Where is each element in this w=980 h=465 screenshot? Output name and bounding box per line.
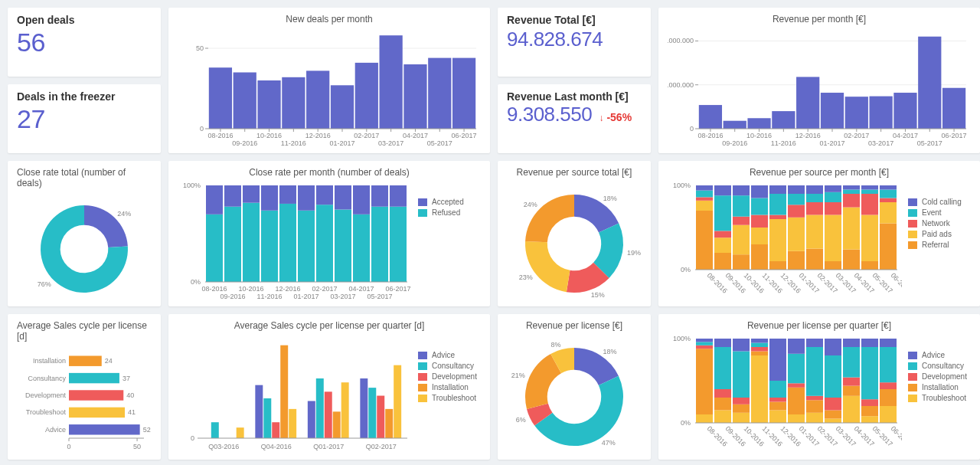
freezer-title: Deals in the freezer <box>17 90 152 103</box>
svg-rect-226 <box>289 409 296 438</box>
card-open-deals: Open deals 56 <box>8 8 161 77</box>
svg-text:08-2016: 08-2016 <box>697 132 723 139</box>
svg-rect-73 <box>893 93 916 129</box>
svg-rect-52 <box>724 121 746 129</box>
svg-rect-15 <box>282 77 305 129</box>
svg-rect-296 <box>843 396 860 423</box>
card-revenue-month: Revenue per month [€] 010.000.00020.000.… <box>658 8 980 153</box>
legend-swatch <box>418 384 427 391</box>
svg-rect-99 <box>279 204 296 282</box>
down-arrow-icon: ↓ <box>599 113 604 123</box>
svg-text:24: 24 <box>105 357 113 365</box>
svg-text:20.000.000: 20.000.000 <box>668 37 694 44</box>
svg-rect-303 <box>861 406 878 416</box>
svg-text:52: 52 <box>143 426 151 434</box>
svg-rect-58 <box>772 111 795 129</box>
svg-rect-274 <box>769 398 786 402</box>
legend-item: Consultancy <box>908 362 967 370</box>
svg-text:11-2016: 11-2016 <box>281 139 306 147</box>
legend-swatch <box>908 231 917 238</box>
svg-text:04-2017: 04-2017 <box>403 132 428 139</box>
svg-rect-298 <box>843 378 860 386</box>
svg-rect-217 <box>211 422 219 438</box>
svg-rect-96 <box>261 211 278 282</box>
legend-item: Referral <box>908 241 962 249</box>
legend-swatch <box>418 395 427 402</box>
svg-text:10.000.000: 10.000.000 <box>668 81 694 89</box>
svg-text:Q03-2016: Q03-2016 <box>208 443 239 450</box>
svg-rect-161 <box>788 194 805 205</box>
svg-text:0: 0 <box>67 443 70 450</box>
svg-rect-118 <box>390 185 407 207</box>
svg-rect-228 <box>308 401 315 438</box>
chart-revenue-license-q: 0%100%08-201609-201610-201611-201612-201… <box>668 334 971 456</box>
chart-avg-cycle: Installation24Consultancy37Development40… <box>17 345 152 456</box>
svg-rect-141 <box>733 225 750 255</box>
svg-rect-258 <box>714 339 731 347</box>
svg-text:09-2016: 09-2016 <box>232 139 257 147</box>
svg-text:0: 0 <box>200 125 204 133</box>
svg-rect-172 <box>825 202 841 215</box>
svg-rect-287 <box>806 347 823 396</box>
svg-rect-160 <box>788 205 805 218</box>
svg-rect-267 <box>751 352 768 356</box>
svg-rect-165 <box>806 215 823 249</box>
revenue-last-title: Revenue Last month [€] <box>507 90 642 103</box>
svg-rect-150 <box>751 185 768 198</box>
revenue-last-delta: ↓ -56% <box>599 111 632 123</box>
revenue-last-delta-text: -56% <box>606 111 632 123</box>
card-revenue-license-q: Revenue per license per quarter [€] 0%10… <box>658 314 980 460</box>
svg-rect-232 <box>341 382 349 438</box>
svg-text:Troubleshoot: Troubleshoot <box>26 408 67 416</box>
svg-rect-257 <box>714 347 731 389</box>
revenue-license-title: Revenue per license [€] <box>507 320 642 331</box>
svg-rect-185 <box>861 190 878 195</box>
svg-rect-90 <box>224 207 241 282</box>
svg-rect-256 <box>714 389 731 398</box>
svg-rect-108 <box>335 210 351 283</box>
svg-rect-180 <box>843 185 860 190</box>
svg-rect-310 <box>880 382 897 389</box>
svg-rect-191 <box>880 190 897 198</box>
svg-rect-12 <box>257 80 280 129</box>
svg-rect-177 <box>843 208 860 250</box>
svg-text:Q04-2016: Q04-2016 <box>261 443 292 450</box>
svg-rect-234 <box>360 378 368 438</box>
kpi-stack-right-1: Revenue Total [€] 94.828.674 Revenue Las… <box>498 8 651 153</box>
card-revenue-last: Revenue Last month [€] 9.308.550 ↓ -56% <box>498 84 651 153</box>
svg-rect-149 <box>751 198 768 215</box>
open-deals-value: 56 <box>17 28 152 57</box>
legend-swatch <box>418 373 427 381</box>
svg-rect-94 <box>243 185 260 203</box>
svg-rect-269 <box>751 343 768 348</box>
svg-rect-70 <box>870 97 893 129</box>
svg-text:6%: 6% <box>516 416 526 424</box>
svg-rect-192 <box>880 185 897 190</box>
legend-item: Cold calling <box>908 198 962 206</box>
svg-rect-198 <box>69 373 119 383</box>
svg-text:41: 41 <box>128 408 136 416</box>
svg-text:08-2016: 08-2016 <box>201 285 227 293</box>
legend-label: Installation <box>922 383 959 391</box>
svg-rect-36 <box>452 58 475 129</box>
legend-item: Installation <box>908 383 967 391</box>
svg-rect-131 <box>696 191 713 198</box>
svg-rect-224 <box>272 422 279 438</box>
svg-rect-281 <box>788 354 805 384</box>
svg-rect-140 <box>733 254 750 270</box>
legend-swatch <box>418 209 427 217</box>
svg-text:03-2017: 03-2017 <box>378 139 403 147</box>
svg-rect-251 <box>696 342 713 345</box>
svg-text:24%: 24% <box>117 210 131 218</box>
svg-rect-171 <box>825 215 841 262</box>
chart-legend: AdviceConsultancyDevelopmentInstallation… <box>418 334 477 456</box>
svg-rect-273 <box>769 402 786 411</box>
svg-rect-33 <box>428 58 451 129</box>
svg-rect-306 <box>861 339 878 347</box>
svg-text:0%: 0% <box>191 278 201 286</box>
svg-text:10-2016: 10-2016 <box>238 285 263 293</box>
svg-text:05-2017: 05-2017 <box>427 139 452 147</box>
svg-rect-236 <box>377 396 384 438</box>
svg-rect-261 <box>733 404 750 413</box>
svg-rect-176 <box>843 250 860 270</box>
